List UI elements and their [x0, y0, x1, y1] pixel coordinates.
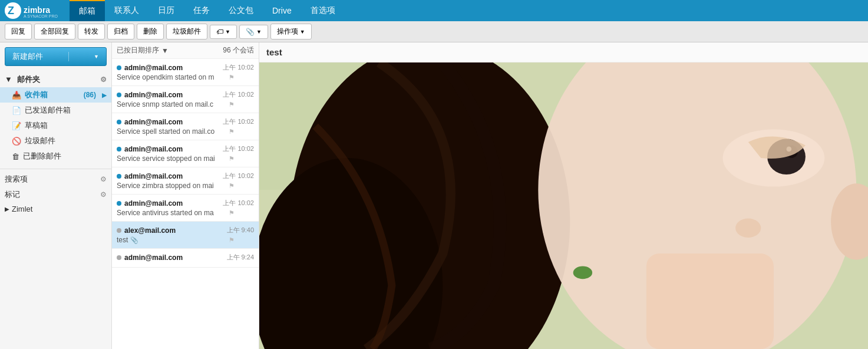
flag-icon[interactable]: ⚑	[229, 209, 235, 217]
sidebar-item-zimlet[interactable]: ▶ Zimlet	[0, 202, 111, 216]
folders-collapse-arrow[interactable]: ▼	[5, 75, 12, 84]
tab-preferences[interactable]: 首选项	[301, 0, 345, 21]
list-item[interactable]: admin@mail.com 上午 10:02 Service spell st…	[112, 113, 259, 140]
junk-icon: 🚫	[12, 137, 21, 146]
unread-dot	[117, 174, 121, 179]
svg-point-14	[573, 266, 592, 279]
flag-icon[interactable]: ⚑	[229, 236, 235, 244]
msg-item-top: admin@mail.com 上午 9:24	[117, 253, 254, 262]
msg-time: 上午 10:02	[223, 199, 254, 208]
sort-label-text: 已按日期排序	[117, 45, 159, 55]
list-item[interactable]: alex@mail.com 上午 9:40 test 📎 ⚑	[112, 222, 259, 249]
msg-time: 上午 10:02	[223, 172, 254, 180]
list-item[interactable]: admin@mail.com 上午 10:02 Service opendkim…	[112, 59, 259, 86]
svg-text:zimbra: zimbra	[24, 5, 50, 15]
list-item[interactable]: admin@mail.com 上午 10:02 Service zimbra s…	[112, 167, 259, 195]
sort-control[interactable]: 已按日期排序 ▼	[117, 45, 169, 55]
message-count: 96 个会话	[223, 45, 254, 55]
flag-icon[interactable]: ⚑	[229, 128, 235, 136]
sidebar-other-sections: 搜索项 ⚙ 标记 ⚙ ▶ Zimlet	[0, 169, 111, 216]
sort-arrow-icon: ▼	[161, 47, 169, 55]
email-body	[259, 62, 868, 349]
paperclip-icon: 📎	[246, 28, 255, 36]
actions-button[interactable]: 操作项 ▼	[270, 24, 312, 39]
list-item[interactable]: admin@mail.com 上午 10:02 Service antiviru…	[112, 195, 259, 222]
search-gear-icon[interactable]: ⚙	[100, 175, 107, 183]
msg-preview: Service snmp started on mail.c ⚑	[117, 100, 235, 108]
tags-gear-icon[interactable]: ⚙	[100, 190, 107, 199]
flag-icon[interactable]: ⚑	[229, 155, 235, 163]
tab-contacts[interactable]: 联系人	[105, 0, 148, 21]
new-mail-label: 新建邮件	[12, 51, 43, 62]
inbox-expand-arrow[interactable]: ▶	[102, 92, 107, 98]
sidebar-item-sent[interactable]: 📄 已发送邮件箱	[0, 103, 111, 118]
msg-time: 上午 9:24	[227, 253, 254, 262]
inbox-label: 收件箱	[25, 90, 48, 100]
msg-item-top: admin@mail.com 上午 10:02	[117, 90, 254, 99]
sender-name: admin@mail.com	[124, 145, 183, 153]
spam-button[interactable]: 垃圾邮件	[166, 24, 207, 39]
trash-label: 已删除邮件	[23, 151, 61, 162]
folders-gear-icon[interactable]: ⚙	[100, 75, 107, 84]
new-mail-dropdown-arrow: ▼	[94, 54, 99, 60]
actions-dropdown-arrow: ▼	[300, 29, 305, 35]
folders-header: ▼ 邮件夹 ⚙	[0, 71, 111, 87]
forward-button[interactable]: 转发	[78, 24, 105, 39]
tag-button[interactable]: 🏷 ▼	[210, 25, 237, 39]
msg-sender: admin@mail.com	[117, 172, 183, 180]
attach-button[interactable]: 📎 ▼	[239, 25, 268, 39]
drafts-icon: 📝	[12, 121, 21, 130]
tab-mail[interactable]: 邮箱	[70, 0, 105, 21]
msg-preview: Service antivirus started on ma ⚑	[117, 209, 235, 217]
tag-icon: 🏷	[216, 28, 223, 36]
sidebar: 新建邮件 ▼ ▼ 邮件夹 ⚙ 📥 收件箱 (86) ▶ 📄 已发送邮件箱 📝 草…	[0, 42, 112, 349]
sidebar-item-tags[interactable]: 标记 ⚙	[0, 187, 111, 202]
list-item[interactable]: admin@mail.com 上午 9:24	[112, 249, 259, 268]
email-image	[259, 62, 868, 349]
msg-time: 上午 10:02	[223, 90, 254, 99]
junk-label: 垃圾邮件	[25, 136, 55, 146]
preview-text: Service snmp started on mail.c	[117, 100, 213, 108]
zimlet-arrow: ▶	[5, 206, 9, 212]
sidebar-item-inbox[interactable]: 📥 收件箱 (86) ▶	[0, 87, 111, 103]
flag-icon[interactable]: ⚑	[229, 74, 235, 81]
sidebar-item-search[interactable]: 搜索项 ⚙	[0, 172, 111, 187]
tab-briefcase[interactable]: 公文包	[219, 0, 263, 21]
tab-calendar[interactable]: 日历	[148, 0, 184, 21]
reply-all-button[interactable]: 全部回复	[34, 24, 75, 39]
delete-button[interactable]: 删除	[137, 24, 164, 39]
unread-dot	[117, 201, 121, 206]
archive-button[interactable]: 归档	[107, 24, 134, 39]
sender-name: admin@mail.com	[124, 64, 183, 72]
preview-text: Service service stopped on mai	[117, 154, 215, 163]
msg-preview: Service opendkim started on m ⚑	[117, 73, 235, 81]
sidebar-item-drafts[interactable]: 📝 草稿箱	[0, 118, 111, 133]
reply-button[interactable]: 回复	[5, 24, 32, 39]
topbar: Z zimbra A SYNACOR PRODUCT 邮箱 联系人 日历 任务 …	[0, 0, 868, 21]
logo: Z zimbra A SYNACOR PRODUCT	[5, 2, 58, 19]
msg-item-top: admin@mail.com 上午 10:02	[117, 117, 254, 126]
list-item[interactable]: admin@mail.com 上午 10:02 Service snmp sta…	[112, 86, 259, 113]
tab-tasks[interactable]: 任务	[184, 0, 219, 21]
flag-icon[interactable]: ⚑	[229, 182, 235, 190]
flag-icon[interactable]: ⚑	[229, 101, 235, 108]
main-layout: 新建邮件 ▼ ▼ 邮件夹 ⚙ 📥 收件箱 (86) ▶ 📄 已发送邮件箱 📝 草…	[0, 42, 868, 349]
attachment-icon: 📎	[130, 236, 138, 244]
msg-sender: admin@mail.com	[117, 253, 183, 262]
msglist-body[interactable]: admin@mail.com 上午 10:02 Service opendkim…	[112, 59, 259, 349]
msg-sender: alex@mail.com	[117, 226, 176, 235]
main-nav: 邮箱 联系人 日历 任务 公文包 Drive 首选项	[70, 0, 345, 21]
list-item[interactable]: admin@mail.com 上午 10:02 Service service …	[112, 140, 259, 167]
new-mail-button[interactable]: 新建邮件 ▼	[5, 47, 107, 66]
sidebar-item-trash[interactable]: 🗑 已删除邮件	[0, 149, 111, 164]
tab-drive[interactable]: Drive	[263, 0, 301, 21]
attach-dropdown-arrow: ▼	[256, 29, 262, 35]
drafts-label: 草稿箱	[25, 120, 48, 131]
msg-time: 上午 10:02	[223, 144, 254, 153]
sidebar-item-junk[interactable]: 🚫 垃圾邮件	[0, 133, 111, 149]
email-subject: test	[266, 47, 282, 57]
msg-sender: admin@mail.com	[117, 91, 183, 99]
msg-preview: Service spell started on mail.co ⚑	[117, 127, 235, 136]
msg-time: 上午 9:40	[227, 226, 254, 235]
preview-text: test	[117, 236, 128, 244]
